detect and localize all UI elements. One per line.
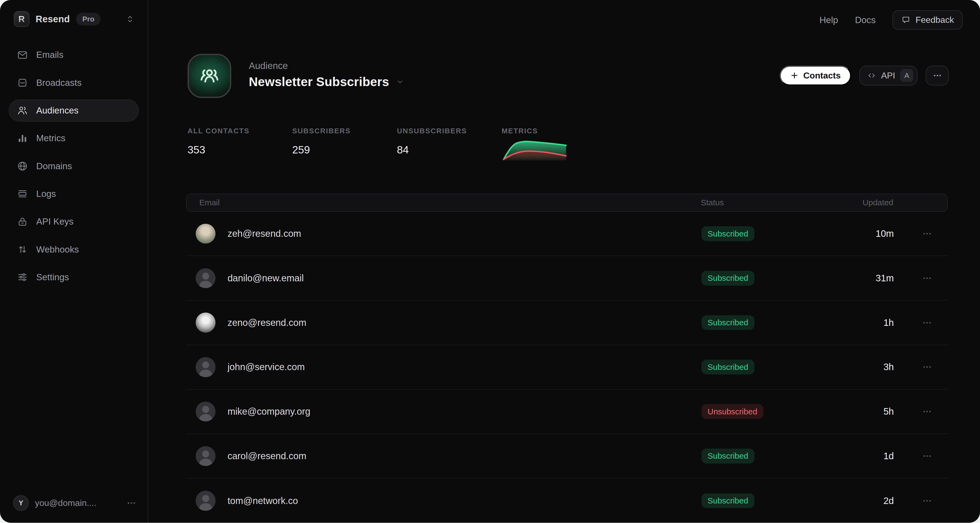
mail-icon bbox=[17, 49, 28, 60]
help-link[interactable]: Help bbox=[819, 15, 838, 25]
add-contacts-button[interactable]: Contacts bbox=[780, 66, 851, 86]
sidebar-nav: EmailsBroadcastsAudiencesMetricsDomainsL… bbox=[0, 44, 148, 288]
table-row[interactable]: zeno@resend.comSubscribed1h bbox=[186, 301, 947, 345]
contact-email: tom@network.co bbox=[228, 496, 298, 506]
contact-email: mike@company.org bbox=[228, 406, 310, 417]
api-label: API bbox=[881, 71, 895, 81]
status-badge: Subscribed bbox=[702, 315, 755, 330]
brand-name: Resend bbox=[36, 14, 70, 24]
resend-logo-letter: R bbox=[19, 14, 25, 24]
chevron-down-icon[interactable] bbox=[396, 78, 404, 86]
stat-label: UNSUBSCRIBERS bbox=[397, 127, 502, 135]
people-group-icon bbox=[197, 64, 221, 88]
updated-time: 10m bbox=[856, 228, 894, 239]
sidebar-item-domains[interactable]: Domains bbox=[9, 155, 139, 178]
sidebar-item-label: Logs bbox=[36, 189, 56, 199]
avatar-placeholder bbox=[196, 446, 216, 466]
chevrons-up-down-icon[interactable] bbox=[125, 14, 135, 24]
add-contacts-label: Contacts bbox=[803, 71, 841, 81]
sidebar-item-api-keys[interactable]: API Keys bbox=[9, 211, 139, 233]
sidebar-item-audiences[interactable]: Audiences bbox=[9, 99, 139, 122]
sidebar-item-metrics[interactable]: Metrics bbox=[9, 127, 139, 150]
avatar-placeholder bbox=[196, 402, 216, 422]
updated-time: 2d bbox=[856, 496, 894, 506]
avatar-photo bbox=[196, 312, 216, 333]
stat-metrics: METRICS bbox=[502, 127, 606, 161]
sidebar-item-label: API Keys bbox=[36, 216, 73, 227]
sidebar-item-settings[interactable]: Settings bbox=[9, 266, 139, 288]
updated-time: 1d bbox=[856, 451, 894, 461]
page-eyebrow: Audience bbox=[249, 60, 288, 71]
topbar: Help Docs Feedback bbox=[819, 0, 980, 40]
column-header-email: Email bbox=[199, 198, 701, 207]
sidebar-item-broadcasts[interactable]: Broadcasts bbox=[9, 71, 139, 94]
ellipsis-icon[interactable] bbox=[126, 498, 137, 508]
sidebar-item-label: Domains bbox=[36, 161, 72, 171]
avatar-placeholder bbox=[196, 357, 216, 377]
table-body: zeh@resend.comSubscribed10mdanilo@new.em… bbox=[186, 212, 947, 523]
webhooks-icon bbox=[17, 244, 28, 255]
stat-value: 353 bbox=[188, 144, 292, 156]
stat-unsubscribers: UNSUBSCRIBERS84 bbox=[397, 127, 502, 161]
speech-bubble-icon bbox=[901, 15, 911, 25]
app-window: R Resend Pro EmailsBroadcastsAudiencesMe… bbox=[0, 0, 980, 523]
row-actions-button[interactable] bbox=[922, 273, 932, 283]
table-row[interactable]: tom@network.coSubscribed2d bbox=[186, 479, 947, 523]
updated-time: 31m bbox=[856, 273, 894, 284]
status-badge: Subscribed bbox=[702, 449, 755, 464]
status-badge: Subscribed bbox=[702, 226, 755, 241]
sidebar-item-logs[interactable]: Logs bbox=[9, 183, 139, 205]
sidebar-item-label: Broadcasts bbox=[36, 78, 81, 88]
column-header-updated: Updated bbox=[856, 198, 893, 207]
feedback-label: Feedback bbox=[916, 15, 954, 25]
avatar-placeholder bbox=[196, 268, 216, 288]
sidebar-item-label: Metrics bbox=[36, 133, 65, 143]
contact-email: carol@resend.com bbox=[228, 451, 306, 461]
table-row[interactable]: danilo@new.emailSubscribed31m bbox=[186, 256, 947, 301]
page-title: Newsletter Subscribers bbox=[249, 74, 389, 89]
row-actions-button[interactable] bbox=[922, 318, 932, 328]
row-actions-button[interactable] bbox=[922, 362, 932, 372]
contact-email: zeh@resend.com bbox=[228, 228, 301, 239]
sidebar-item-label: Webhooks bbox=[36, 244, 79, 255]
status-badge: Unsubscribed bbox=[702, 404, 764, 419]
row-actions-button[interactable] bbox=[922, 496, 932, 506]
table-row[interactable]: mike@company.orgUnsubscribed5h bbox=[186, 390, 947, 434]
keyboard-shortcut-badge: A bbox=[900, 69, 913, 82]
row-actions-button[interactable] bbox=[922, 407, 932, 417]
row-actions-button[interactable] bbox=[922, 451, 932, 461]
table-row[interactable]: john@service.comSubscribed3h bbox=[186, 345, 947, 390]
sidebar-item-emails[interactable]: Emails bbox=[9, 44, 139, 66]
stat-label: METRICS bbox=[502, 127, 606, 135]
plan-badge: Pro bbox=[76, 13, 100, 25]
lock-icon bbox=[17, 216, 28, 227]
sidebar-item-label: Emails bbox=[36, 50, 63, 60]
plus-icon bbox=[790, 71, 799, 80]
stat-subscribers: SUBSCRIBERS259 bbox=[292, 127, 397, 161]
sidebar: R Resend Pro EmailsBroadcastsAudiencesMe… bbox=[0, 0, 148, 523]
sliders-icon bbox=[17, 271, 28, 283]
api-button[interactable]: API A bbox=[859, 66, 918, 86]
row-actions-button[interactable] bbox=[922, 229, 932, 239]
stat-all-contacts: ALL CONTACTS353 bbox=[188, 127, 292, 161]
user-account-row[interactable]: Y you@domain.... bbox=[0, 495, 148, 523]
audience-avatar bbox=[188, 54, 231, 98]
logs-icon bbox=[17, 188, 28, 199]
docs-link[interactable]: Docs bbox=[855, 15, 876, 25]
avatar: Y bbox=[13, 495, 29, 511]
stat-label: ALL CONTACTS bbox=[188, 127, 292, 135]
avatar-placeholder bbox=[196, 491, 216, 511]
stat-value: 84 bbox=[397, 144, 502, 156]
status-badge: Subscribed bbox=[702, 493, 755, 508]
globe-icon bbox=[17, 160, 28, 172]
feedback-button[interactable]: Feedback bbox=[892, 10, 963, 30]
table-row[interactable]: carol@resend.comSubscribed1d bbox=[186, 434, 947, 479]
table-row[interactable]: zeh@resend.comSubscribed10m bbox=[186, 212, 947, 256]
stat-label: SUBSCRIBERS bbox=[292, 127, 397, 135]
more-options-button[interactable] bbox=[926, 66, 949, 86]
stats-row: ALL CONTACTS353SUBSCRIBERS259UNSUBSCRIBE… bbox=[188, 127, 606, 161]
sidebar-item-webhooks[interactable]: Webhooks bbox=[9, 238, 139, 261]
code-icon bbox=[867, 71, 876, 80]
status-badge: Subscribed bbox=[702, 271, 755, 286]
workspace-switcher[interactable]: R Resend Pro bbox=[0, 0, 148, 27]
